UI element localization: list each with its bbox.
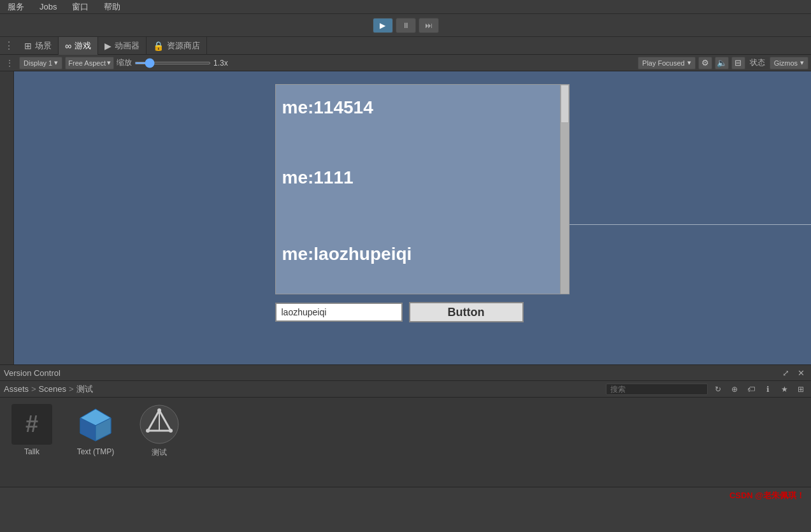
toolbar-dots[interactable]: ⋮ — [3, 58, 17, 68]
tab-bar: ⋮ ⊞ 场景 ∞ 游戏 ▶ 动画器 🔒 资源商店 — [0, 37, 811, 55]
tab-game[interactable]: ∞ 游戏 — [59, 37, 98, 55]
asset-info-icon[interactable]: ℹ — [761, 384, 774, 395]
bottom-bar: CSDN @老朱佩琪！ — [0, 487, 811, 503]
zoom-value: 1.3x — [213, 59, 233, 68]
ceshi-icon — [139, 404, 180, 445]
asset-grid: # Tallk Text (TMP) — [0, 398, 811, 487]
menu-jobs[interactable]: Jobs — [37, 1, 59, 13]
asset-toolbar: Assets > Scenes > 测试 ↻ ⊕ 🏷 ℹ ★ ⊞ — [0, 381, 811, 398]
tab-more-dots[interactable]: ⋮ — [0, 40, 18, 52]
tab-game-label: 游戏 — [75, 40, 91, 52]
asset-refresh-icon[interactable]: ↻ — [712, 384, 724, 395]
game-text-2: me:1111 — [282, 168, 354, 188]
breadcrumb-current[interactable]: 测试 — [76, 384, 93, 395]
asset-item-ceshi[interactable]: 测试 — [134, 404, 185, 458]
mute-button[interactable]: 🔈 — [715, 57, 729, 69]
display-dropdown[interactable]: Display 1 — [19, 57, 62, 69]
display-label: Display 1 — [24, 59, 52, 67]
textmp-icon — [75, 404, 116, 445]
game-input[interactable] — [275, 303, 403, 322]
game-text-1: me:114514 — [282, 97, 373, 118]
gizmos-dropdown[interactable]: Gizmos — [770, 57, 808, 69]
breadcrumb-sep-1: > — [31, 384, 36, 394]
gizmos-label: Gizmos — [774, 59, 798, 67]
vc-expand-icon[interactable]: ⤢ — [779, 367, 792, 378]
search-input[interactable] — [606, 384, 708, 395]
play-focused-dropdown[interactable]: Play Focused — [638, 57, 696, 69]
tallk-icon: # — [11, 404, 52, 445]
game-canvas: me:114514 me:1111 me:laozhupeiqi Button — [14, 71, 811, 364]
tab-scene-label: 场景 — [35, 40, 52, 52]
svg-point-10 — [146, 429, 150, 433]
stats-button[interactable]: ⊟ — [731, 57, 745, 69]
asset-item-textmp[interactable]: Text (TMP) — [70, 404, 121, 456]
ceshi-label: 测试 — [152, 447, 167, 458]
settings-icon-btn[interactable]: ⚙ — [698, 57, 712, 69]
status-label: 状态 — [748, 57, 767, 68]
aspect-chevron-icon — [107, 59, 111, 67]
toolbar: ⋮ Display 1 Free Aspect 缩放 1.3x Play Foc… — [0, 55, 811, 71]
scene-icon: ⊞ — [24, 41, 32, 51]
zoom-slider[interactable] — [134, 62, 211, 64]
svg-point-8 — [157, 408, 161, 412]
display-chevron-icon — [54, 59, 58, 67]
tab-scene[interactable]: ⊞ 场景 — [18, 37, 59, 55]
play-icon: ▶ — [380, 21, 385, 30]
svg-point-9 — [169, 429, 173, 433]
tab-store-label: 资源商店 — [167, 40, 200, 52]
aspect-label: Free Aspect — [68, 59, 106, 67]
version-control-icons: ⤢ ✕ — [779, 367, 807, 378]
play-button[interactable]: ▶ — [373, 18, 393, 33]
asset-star-icon[interactable]: ★ — [778, 384, 791, 395]
menu-help[interactable]: 帮助 — [101, 0, 123, 14]
aspect-dropdown[interactable]: Free Aspect — [65, 57, 114, 69]
game-view: me:114514 me:1111 me:laozhupeiqi Button — [0, 71, 811, 364]
settings-icon: ⚙ — [701, 58, 709, 68]
tallk-label: Tallk — [24, 447, 39, 456]
breadcrumb-scenes[interactable]: Scenes — [39, 384, 66, 394]
menu-service[interactable]: 服务 — [5, 0, 27, 14]
tab-store[interactable]: 🔒 资源商店 — [147, 37, 207, 55]
game-text-3: me:laozhupeiqi — [282, 244, 412, 264]
version-control-bar: Version Control ⤢ ✕ — [0, 364, 811, 381]
pause-icon: ⏸ — [402, 21, 410, 30]
textmp-label: Text (TMP) — [77, 447, 115, 456]
stats-icon: ⊟ — [735, 58, 742, 68]
menu-bar: 服务 Jobs 窗口 帮助 — [0, 0, 811, 14]
zoom-container: 缩放 1.3x — [117, 57, 233, 68]
asset-tag-icon[interactable]: 🏷 — [745, 384, 757, 395]
gizmos-chevron-icon — [800, 59, 804, 67]
step-icon: ⏭ — [425, 21, 433, 30]
tab-animator-label: 动画器 — [115, 40, 140, 52]
game-button[interactable]: Button — [409, 302, 524, 322]
store-icon: 🔒 — [153, 41, 164, 51]
left-ruler — [0, 71, 14, 364]
version-control-title: Version Control — [4, 368, 779, 378]
asset-item-tallk[interactable]: # Tallk — [6, 404, 57, 456]
step-button[interactable]: ⏭ — [419, 18, 439, 33]
play-focused-label: Play Focused — [642, 59, 685, 67]
asset-add-icon[interactable]: ⊕ — [728, 384, 741, 395]
csdn-watermark: CSDN @老朱佩琪！ — [729, 490, 805, 501]
breadcrumb-assets[interactable]: Assets — [4, 384, 29, 394]
play-focused-chevron-icon — [687, 59, 691, 67]
asset-grid-icon[interactable]: ⊞ — [794, 384, 807, 395]
zoom-label: 缩放 — [117, 57, 132, 68]
breadcrumb: Assets > Scenes > 测试 — [4, 384, 602, 395]
vc-close-icon[interactable]: ✕ — [794, 367, 807, 378]
menu-window[interactable]: 窗口 — [69, 0, 91, 14]
tab-animator[interactable]: ▶ 动画器 — [98, 37, 147, 55]
mute-icon: 🔈 — [717, 58, 727, 68]
breadcrumb-sep-2: > — [69, 384, 74, 394]
animator-icon: ▶ — [104, 41, 111, 51]
game-icon: ∞ — [65, 41, 71, 51]
pause-button[interactable]: ⏸ — [396, 18, 416, 33]
play-bar: ▶ ⏸ ⏭ — [0, 14, 811, 37]
